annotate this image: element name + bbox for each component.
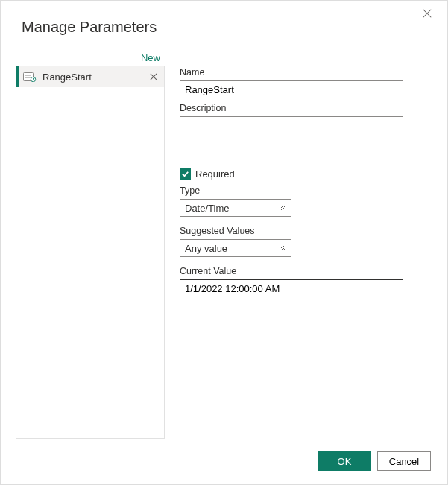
suggested-values-select[interactable]: Any value bbox=[180, 239, 291, 257]
suggested-values-label: Suggested Values bbox=[180, 226, 432, 236]
parameter-item[interactable]: RangeStart bbox=[16, 66, 164, 87]
new-parameter-link[interactable]: New bbox=[16, 51, 165, 66]
ok-button[interactable]: OK bbox=[318, 451, 371, 471]
parameters-list: RangeStart bbox=[16, 66, 165, 439]
description-label: Description bbox=[180, 103, 432, 113]
description-input[interactable] bbox=[180, 116, 403, 156]
parameter-item-label: RangeStart bbox=[42, 72, 148, 83]
type-value: Date/Time bbox=[185, 203, 229, 214]
chevron-down-icon bbox=[280, 203, 286, 214]
dialog-footer: OK Cancel bbox=[318, 451, 431, 471]
current-value-input[interactable] bbox=[180, 279, 403, 297]
manage-parameters-dialog: Manage Parameters New RangeStart bbox=[0, 0, 448, 485]
dialog-title: Manage Parameters bbox=[22, 19, 432, 36]
required-checkbox[interactable] bbox=[180, 168, 191, 180]
cancel-button[interactable]: Cancel bbox=[377, 451, 431, 471]
remove-parameter-icon[interactable] bbox=[148, 71, 160, 83]
parameter-form: Name Description Required Type Date/Time… bbox=[180, 51, 432, 439]
parameters-sidebar: New RangeStart bbox=[16, 51, 165, 439]
current-value-label: Current Value bbox=[180, 266, 432, 276]
name-input[interactable] bbox=[180, 80, 403, 98]
required-label: Required bbox=[195, 168, 235, 180]
suggested-value: Any value bbox=[185, 243, 227, 254]
chevron-down-icon bbox=[280, 243, 286, 254]
required-row: Required bbox=[180, 168, 432, 180]
dialog-content: New RangeStart bbox=[16, 51, 432, 439]
type-label: Type bbox=[180, 186, 432, 196]
name-label: Name bbox=[180, 67, 432, 77]
close-button[interactable] bbox=[422, 8, 437, 23]
parameter-icon bbox=[23, 71, 37, 83]
type-select[interactable]: Date/Time bbox=[180, 199, 291, 217]
